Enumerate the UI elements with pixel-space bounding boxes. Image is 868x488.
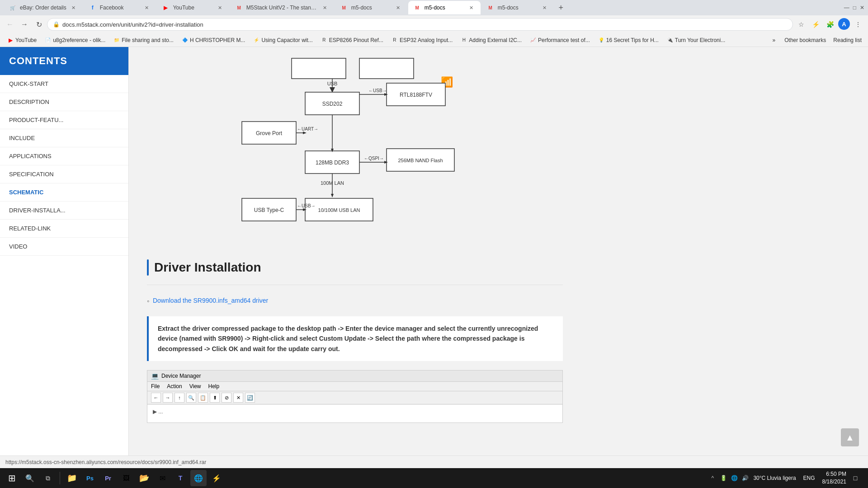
tab-m5stack[interactable]: M M5Stack UnitV2 - The standalо... ✕ — [230, 1, 334, 14]
systray-language[interactable]: ENG — [803, 475, 815, 481]
tab-facebook[interactable]: f Facebook ✕ — [84, 1, 156, 14]
callout-text: Extract the driver compressed package to… — [158, 324, 554, 354]
bookmark-capacitor[interactable]: ⚡ Using Capacitor wit... — [250, 36, 316, 44]
device-mgr-action[interactable]: Action — [167, 383, 182, 389]
scroll-to-top-button[interactable]: ▲ — [841, 428, 859, 446]
tab-m5docs1-close[interactable]: ✕ — [395, 4, 402, 11]
bookmarks-more[interactable]: » — [769, 36, 779, 44]
bookmark-secret-tips[interactable]: 💡 16 Secret Tips for H... — [594, 36, 662, 44]
bookmark-other-folder[interactable]: Other bookmarks — [782, 36, 829, 44]
tab-ebay[interactable]: 🛒 eBay: Order details ✕ — [4, 1, 83, 14]
tab-m5docs1[interactable]: M m5-docs ✕ — [335, 1, 407, 14]
bookmark-turn-your[interactable]: 🔌 Turn Your Electroni... — [663, 36, 729, 44]
tab-ebay-close[interactable]: ✕ — [70, 4, 77, 11]
dm-update-btn[interactable]: ⬆ — [210, 393, 220, 403]
sidebar-contents-header[interactable]: CONTENTS — [0, 47, 128, 75]
systray-battery[interactable]: 🔋 — [719, 474, 728, 483]
taskbar-notification[interactable]: □ — [850, 473, 861, 483]
driver-download-link[interactable]: Download the SR9900.infs_amd64 driver — [153, 297, 268, 304]
tab-m5docs2-close[interactable]: ✕ — [468, 4, 475, 11]
tab-youtube-close[interactable]: ✕ — [217, 4, 224, 11]
taskbar-search[interactable]: 🔍 — [22, 470, 38, 486]
sidebar-item-description[interactable]: DESCRIPTION — [0, 93, 128, 111]
systray-network[interactable]: 🌐 — [730, 474, 739, 483]
profile-avatar[interactable]: A — [838, 18, 850, 30]
bookmark-reading-list-folder[interactable]: Reading list — [830, 36, 864, 44]
tab-m5stack-close[interactable]: ✕ — [321, 4, 329, 11]
taskbar-mail[interactable]: ✉ — [154, 470, 170, 486]
maximize-button[interactable]: □ — [853, 5, 856, 11]
taskbar-arduino[interactable]: ⚡ — [208, 470, 225, 486]
bookmark-filesharing-favicon: 📁 — [113, 37, 120, 43]
systray-icons: ^ 🔋 🌐 🔊 — [708, 474, 750, 483]
performance-icon[interactable]: ⚡ — [809, 18, 822, 31]
schematic-diagram: USB 📶 SSD202 RTL8188FTV ←USB→ — [147, 56, 563, 246]
reload-button[interactable]: ↻ — [33, 18, 45, 31]
title-bar: 🛒 eBay: Order details ✕ f Facebook ✕ ▶ Y… — [0, 0, 868, 15]
minimize-button[interactable]: — — [844, 5, 849, 11]
sidebar-item-video[interactable]: VIDEO — [0, 238, 128, 256]
tab-m5docs3-close[interactable]: ✕ — [541, 4, 548, 11]
dm-back-btn[interactable]: ← — [151, 393, 161, 403]
sidebar-item-related-link[interactable]: RELATED-LINK — [0, 220, 128, 238]
sidebar-item-quick-start[interactable]: QUICK-START — [0, 75, 128, 93]
taskbar-paint[interactable]: 🖼 — [118, 470, 134, 486]
systray-volume[interactable]: 🔊 — [741, 474, 750, 483]
bookmark-esp8266-label: ESP8266 Pinout Ref... — [329, 37, 383, 43]
bookmark-filesharing[interactable]: 📁 File sharing and sto... — [110, 36, 177, 44]
address-bar[interactable]: 🔒 docs.m5stack.com/en/unit/unitv2?id=dri… — [47, 18, 793, 31]
dm-uninstall-btn[interactable]: ✕ — [233, 393, 243, 403]
sidebar-item-include[interactable]: INCLUDE — [0, 129, 128, 147]
dm-up-btn[interactable]: ↑ — [175, 393, 184, 403]
taskbar-taskview[interactable]: ⧉ — [40, 470, 56, 486]
tab-youtube[interactable]: ▶ YouTube ✕ — [157, 1, 229, 14]
tab-m5docs3[interactable]: M m5-docs ✕ — [481, 1, 554, 14]
tab-m5docs2[interactable]: M m5-docs ✕ — [408, 1, 481, 14]
bookmark-esp32[interactable]: R ESP32 Analog Input... — [388, 36, 456, 44]
sidebar-item-schematic[interactable]: SCHEMATIC — [0, 183, 128, 202]
systray-expand[interactable]: ^ — [708, 474, 717, 483]
taskbar-explorer[interactable]: 📂 — [136, 470, 152, 486]
back-button[interactable]: ← — [4, 18, 16, 31]
sidebar-item-specification[interactable]: SPECIFICATION — [0, 165, 128, 183]
more-menu-icon[interactable]: ⋮ — [852, 18, 864, 31]
browser-toolbar: ← → ↻ 🔒 docs.m5stack.com/en/unit/unitv2?… — [0, 15, 868, 33]
taskbar-browser[interactable]: 🌐 — [190, 470, 207, 486]
taskbar-clock[interactable]: 6:50 PM 8/18/2021 — [822, 470, 846, 486]
bookmark-star-icon[interactable]: ☆ — [795, 18, 807, 31]
device-mgr-view[interactable]: View — [189, 383, 201, 389]
bookmark-christopher[interactable]: 🔷 H CHRISTOPHER M... — [178, 36, 249, 44]
close-button[interactable]: ✕ — [860, 5, 864, 11]
dm-scan-btn[interactable]: 🔄 — [245, 393, 255, 403]
sidebar-item-applications[interactable]: APPLICATIONS — [0, 147, 128, 165]
dm-disable-btn[interactable]: ⊘ — [222, 393, 231, 403]
bookmark-i2c[interactable]: H Adding External I2C... — [457, 36, 525, 44]
sidebar-item-product-feat[interactable]: PRODUCT-FEATU... — [0, 111, 128, 129]
bookmark-esp8266[interactable]: R ESP8266 Pinout Ref... — [317, 36, 387, 44]
dm-search-btn[interactable]: 🔍 — [186, 393, 196, 403]
taskbar-premiere[interactable]: Pr — [100, 470, 116, 486]
callout-block: Extract the driver compressed package to… — [147, 316, 563, 361]
tab-facebook-close[interactable]: ✕ — [143, 4, 151, 11]
dm-forward-btn[interactable]: → — [163, 393, 173, 403]
sidebar-item-driver-install[interactable]: DRIVER-INSTALLA... — [0, 202, 128, 220]
bookmark-u8g2[interactable]: 📄 u8g2reference - olik... — [41, 36, 109, 44]
taskbar-files[interactable]: 📁 — [64, 470, 80, 486]
m5stack-favicon: M — [236, 4, 243, 11]
page-content: USB 📶 SSD202 RTL8188FTV ←USB→ — [129, 47, 868, 455]
dm-properties-btn[interactable]: 📋 — [198, 393, 208, 403]
bookmark-youtube[interactable]: ▶ YouTube — [4, 36, 40, 44]
device-mgr-help[interactable]: Help — [208, 383, 220, 389]
device-mgr-file[interactable]: File — [151, 383, 160, 389]
device-tree-placeholder: ▶ ... — [153, 408, 163, 415]
forward-button[interactable]: → — [18, 18, 31, 31]
taskbar-teams[interactable]: T — [172, 470, 189, 486]
taskbar-photoshop[interactable]: Ps — [82, 470, 98, 486]
new-tab-button[interactable]: + — [555, 1, 567, 14]
taskbar-start[interactable]: ⊞ — [4, 470, 20, 486]
facebook-favicon: f — [89, 4, 96, 11]
bookmark-performance[interactable]: 📈 Performance test of... — [526, 36, 594, 44]
extensions-icon[interactable]: 🧩 — [824, 18, 836, 31]
youtube-favicon: ▶ — [162, 4, 170, 11]
bookmark-performance-label: Performance test of... — [538, 37, 590, 43]
